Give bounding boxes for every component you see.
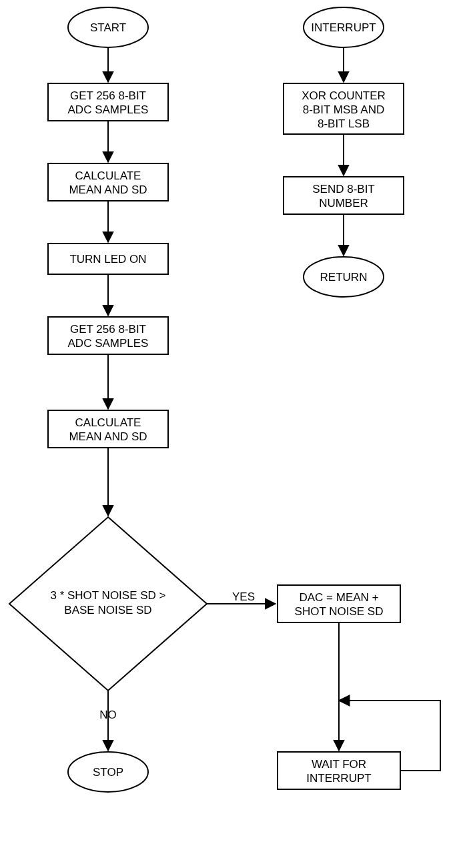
process-label: DAC = MEAN +: [299, 591, 378, 604]
process-label: CALCULATE: [75, 416, 141, 429]
decision-label: BASE NOISE SD: [64, 604, 151, 616]
process-label: SEND 8-BIT: [312, 183, 375, 195]
process-label: XOR COUNTER: [302, 89, 386, 102]
process-label: CALCULATE: [75, 169, 141, 182]
process-label: MEAN AND SD: [69, 183, 147, 196]
interrupt-label: INTERRUPT: [311, 21, 376, 34]
return-label: RETURN: [320, 271, 368, 284]
process-label: GET 256 8-BIT: [70, 89, 146, 102]
flowchart: START GET 256 8-BIT ADC SAMPLES CALCULAT…: [0, 0, 457, 868]
process-label: TURN LED ON: [69, 253, 146, 266]
process-label: WAIT FOR: [312, 758, 366, 771]
process-label: GET 256 8-BIT: [70, 323, 146, 336]
process-label: NUMBER: [319, 197, 368, 209]
process-label: SHOT NOISE SD: [295, 605, 384, 618]
edge-no: NO: [99, 709, 117, 721]
edge-yes: YES: [232, 590, 255, 603]
stop-label: STOP: [93, 766, 123, 779]
process-label: 8-BIT LSB: [318, 117, 370, 130]
process-label: MEAN AND SD: [69, 430, 147, 443]
process-label: ADC SAMPLES: [68, 337, 149, 350]
process-label: ADC SAMPLES: [68, 103, 149, 116]
decision-label: 3 * SHOT NOISE SD >: [50, 589, 165, 602]
start-label: START: [90, 21, 126, 34]
process-label: INTERRUPT: [306, 772, 371, 785]
process-label: 8-BIT MSB AND: [303, 103, 385, 116]
